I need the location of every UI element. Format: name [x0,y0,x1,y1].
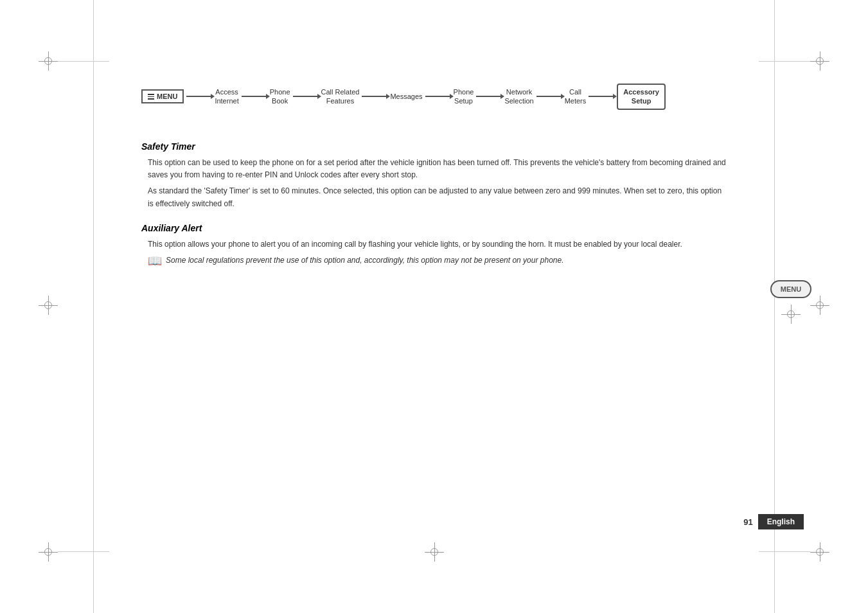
note-text: Some local regulations prevent the use o… [166,254,564,266]
page-number: 91 [743,517,752,527]
section-safety-timer: Safety Timer This option can be used to … [141,141,727,210]
left-border-line [93,0,94,613]
nav-item-call-meters: CallMeters [565,87,587,106]
footer: 91 English [743,514,804,529]
nav-arrow-5 [425,96,451,97]
nav-arrow-6 [476,96,502,97]
menu-box: MENU [141,89,184,103]
auxiliary-alert-title: Auxiliary Alert [141,223,727,233]
nav-arrow-7 [536,96,562,97]
nav-label-phone-setup: PhoneSetup [454,87,474,106]
main-content: Safety Timer This option can be used to … [141,141,727,269]
nav-label-messages: Messages [390,92,422,101]
safety-timer-para-2: As standard the 'Safety Timer' is set to… [148,185,727,209]
menu-illustration-crosshair [781,305,801,324]
auxiliary-alert-note: 📖 Some local regulations prevent the use… [148,254,727,269]
nav-label-call-meters: CallMeters [565,87,587,106]
crosshair-bottom-center [425,542,444,562]
nav-arrow-2 [242,96,267,97]
crosshair-top-right [810,51,829,71]
hline-bottom-left [58,551,109,552]
nav-menu-start: MENU [141,89,184,103]
crosshair-top-left [39,51,58,71]
note-icon: 📖 [148,254,162,269]
hline-top-left [58,61,109,62]
crosshair-bottom-right [810,542,829,562]
nav-arrow-1 [186,96,212,97]
menu-lines-icon [148,94,154,100]
nav-item-network-selection: NetworkSelection [504,87,533,106]
nav-item-call-related: Call RelatedFeatures [321,87,360,106]
nav-arrow-8 [589,96,614,97]
navigation-breadcrumb: MENU AccessInternet PhoneBook Call Relat… [141,84,740,110]
hline-bottom-right [759,551,810,552]
safety-timer-para-1: This option can be used to keep the phon… [148,157,727,181]
section-auxiliary-alert: Auxiliary Alert This option allows your … [141,223,727,269]
nav-label-access-internet: AccessInternet [215,87,238,106]
menu-box-label: MENU [157,93,177,100]
crosshair-bottom-left [39,542,58,562]
nav-arrow-4 [362,96,387,97]
nav-label-phone-book: PhoneBook [270,87,290,106]
hline-top-right [759,61,810,62]
nav-arrow-3 [293,96,319,97]
nav-label-accessory-setup: AccessorySetup [623,87,659,106]
nav-item-messages: Messages [390,92,422,101]
safety-timer-title: Safety Timer [141,141,727,152]
auxiliary-alert-para-1: This option allows your phone to alert y… [148,238,727,251]
menu-button-illustration: MENU [752,276,829,328]
menu-oval-button: MENU [770,280,811,298]
nav-label-network-selection: NetworkSelection [504,87,533,106]
crosshair-mid-left [39,296,58,315]
nav-item-accessory-setup: AccessorySetup [617,84,666,110]
nav-item-phone-book: PhoneBook [270,87,290,106]
language-badge: English [758,514,804,529]
nav-label-call-related: Call RelatedFeatures [321,87,360,106]
nav-item-access-internet: AccessInternet [215,87,238,106]
nav-item-phone-setup: PhoneSetup [454,87,474,106]
